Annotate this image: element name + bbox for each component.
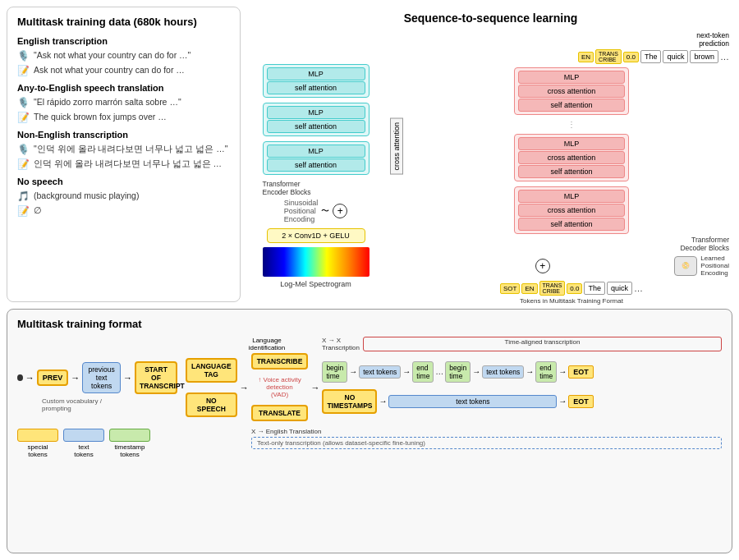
plus-circle: +	[333, 204, 347, 218]
left-flow-area: → PREV → previoustext tokens → START OFT…	[17, 337, 177, 458]
legend-timestamp-box	[109, 429, 150, 442]
main-flow-top: LANGUAGETAG NOSPEECH → TRANSCRIBE ↑ Voic…	[186, 353, 722, 421]
arrow-task: →	[310, 383, 319, 392]
spectrogram-label: Log-Mel Spectrogram	[280, 280, 351, 288]
cross-attn-label: cross attention	[390, 118, 403, 175]
lang-id-label: Languageidentification	[238, 337, 296, 351]
x-x-label: X → XTranscription	[322, 337, 360, 351]
prev-text-node: previoustext tokens	[82, 362, 121, 393]
input-transcribe: TRANSCRIBE	[539, 281, 566, 296]
section-nospeech-title: No speech	[17, 177, 230, 186]
left-panel-title: Multitask training data (680k hours)	[17, 16, 230, 28]
spacer-label	[186, 337, 235, 351]
start-dot	[17, 374, 23, 381]
output-token-en: EN	[578, 52, 594, 62]
top-section: Multitask training data (680k hours) Eng…	[7, 7, 732, 302]
end-time-1: endtime	[412, 361, 434, 383]
decoder-block-1: MLP cross attention self attention	[514, 67, 629, 115]
encoder-mlp-3: MLP	[267, 145, 365, 158]
db-cylinder: 📀	[674, 256, 697, 276]
dec-selfattn-3: self attention	[518, 218, 625, 231]
encoder-block-2: MLP self attention	[263, 103, 370, 136]
dec-mlp-2: MLP	[518, 137, 625, 150]
bottom-flow-area: → PREV → previoustext tokens → START OFT…	[17, 337, 722, 458]
arr-nt: →	[379, 397, 387, 406]
dec-crossattn-1: cross attention	[518, 85, 625, 98]
arrow-1: →	[25, 373, 34, 383]
microphone-icon-3: 🎙️	[17, 144, 30, 155]
input-en: EN	[521, 283, 537, 294]
arrow-lang: →	[240, 383, 249, 392]
korean-row-1: 🎙️ "인덕 위에 올라 내려다보면 너무나 넓고 넓은 …"	[17, 143, 230, 155]
encoder-blocks: MLP self attention MLP self attention ML…	[263, 64, 370, 175]
left-panel: Multitask training data (680k hours) Eng…	[7, 7, 241, 302]
wave-symbol: 〜	[321, 205, 329, 217]
legend-text-label: texttokens	[74, 443, 94, 458]
encoder-block-3: MLP self attention	[263, 141, 370, 175]
time-aligned-label: Time-aligned transcription	[363, 337, 722, 351]
lang-tag-node: LANGUAGETAG	[186, 358, 237, 383]
right-flow-area: Languageidentification X → XTranscriptio…	[186, 337, 722, 449]
right-panel: Sequence-to-sequence learning MLP self a…	[249, 7, 732, 302]
translation-row-2: 📝 The quick brown fox jumps over …	[17, 111, 230, 123]
dec-mlp-1: MLP	[518, 71, 625, 84]
right-panel-title: Sequence-to-sequence learning	[252, 11, 729, 25]
korean-row-2: 📝 인덕 위에 올라 내려다보면 너무나 넓고 넓은 …	[17, 158, 230, 170]
english-row-1: 🎙️ "Ask not what your country can do for…	[17, 49, 230, 62]
time-aligned-row: begintime → text tokens → endtime … begi…	[322, 361, 593, 383]
encoder-block-1: MLP self attention	[263, 64, 370, 98]
translation-text-2: The quick brown fox jumps over …	[34, 111, 167, 123]
pencil-icon-4: 📝	[17, 205, 30, 217]
sot-node: START OFTRANSCRIPT	[135, 361, 177, 394]
korean-text-1: "인덕 위에 올라 내려다보면 너무나 넓고 넓은 …"	[34, 143, 227, 155]
output-token-the: The	[640, 50, 662, 63]
nospeech-row-1: 🎵 (background music playing)	[17, 190, 230, 202]
output-dots: …	[720, 52, 729, 62]
output-tokens-row: EN TRANSCRIBE 0.0 The quick brown …	[578, 49, 729, 64]
decoder-label: TransformerDecoder Blocks	[414, 236, 729, 252]
legend-text: texttokens	[63, 429, 104, 458]
output-token-quick: quick	[663, 50, 688, 63]
nospeech-text-2: ∅	[34, 204, 42, 217]
dec-selfattn-2: self attention	[518, 165, 625, 178]
arr-bt: →	[349, 367, 357, 376]
decoder-block-2: MLP cross attention self attention	[514, 134, 629, 181]
english-row-2: 📝 Ask not what your country can do for …	[17, 64, 230, 76]
labels-row: Languageidentification X → XTranscriptio…	[186, 337, 722, 351]
input-tokens-row: SOT EN TRANSCRIBE 0.0 The quick …	[500, 281, 643, 296]
task-nodes: TRANSCRIBE ↑ Voice activitydetection(VAD…	[251, 353, 309, 421]
arr-tw: →	[558, 397, 567, 406]
arr-et2: →	[558, 367, 567, 376]
text-tokens-1: text tokens	[359, 365, 401, 379]
encoder-mlp-1: MLP	[267, 67, 365, 80]
english-text-1: "Ask not what your country can do for …"	[34, 49, 190, 62]
text-only-label: Text-only transcription (allows dataset-…	[251, 437, 722, 449]
legend-special-label: specialtokens	[28, 443, 48, 458]
x-english-label: X → English Translation	[251, 428, 722, 435]
legend-timestamp-label: timestamptokens	[115, 443, 145, 458]
decoder-column: next-tokenprediction EN TRANSCRIBE 0.0 T…	[414, 31, 729, 305]
text-tokens-2: text tokens	[482, 365, 524, 379]
translation-text-1: "El rápido zorro marrón salta sobre …"	[34, 96, 181, 108]
encoder-column: MLP self attention MLP self attention ML…	[252, 31, 379, 288]
encoder-selfattn-1: self attention	[267, 81, 365, 94]
decoder-blocks: MLP cross attention self attention ⋮ MLP…	[514, 67, 629, 234]
conv-box: 2 × Conv1D + GELU	[267, 228, 365, 243]
plus-row: SinusoidalPositionalEncoding 〜 +	[284, 199, 348, 223]
output-token-00: 0.0	[623, 52, 639, 62]
no-timestamp-row: NOTIMESTAMPS → text tokens → EOT	[322, 389, 593, 414]
eot-node-1: EOT	[568, 365, 594, 379]
text-tokens-wide: text tokens	[388, 395, 557, 408]
arr-tt: →	[402, 367, 411, 376]
section-korean-title: Non-English transcription	[17, 130, 230, 140]
learned-pe-label: LearnedPositionalEncoding	[700, 255, 729, 277]
dec-mlp-3: MLP	[518, 190, 625, 203]
begin-time-1: begintime	[322, 361, 347, 383]
end-time-2: endtime	[535, 361, 557, 383]
encoder-label: TransformerEncoder Blocks	[263, 180, 370, 196]
decoder-block-3: MLP cross attention self attention	[514, 186, 629, 234]
pencil-icon-2: 📝	[17, 112, 30, 123]
pencil-icon-3: 📝	[17, 158, 30, 170]
section-english-title: English transcription	[17, 36, 230, 46]
arr-tt2: →	[526, 367, 534, 376]
